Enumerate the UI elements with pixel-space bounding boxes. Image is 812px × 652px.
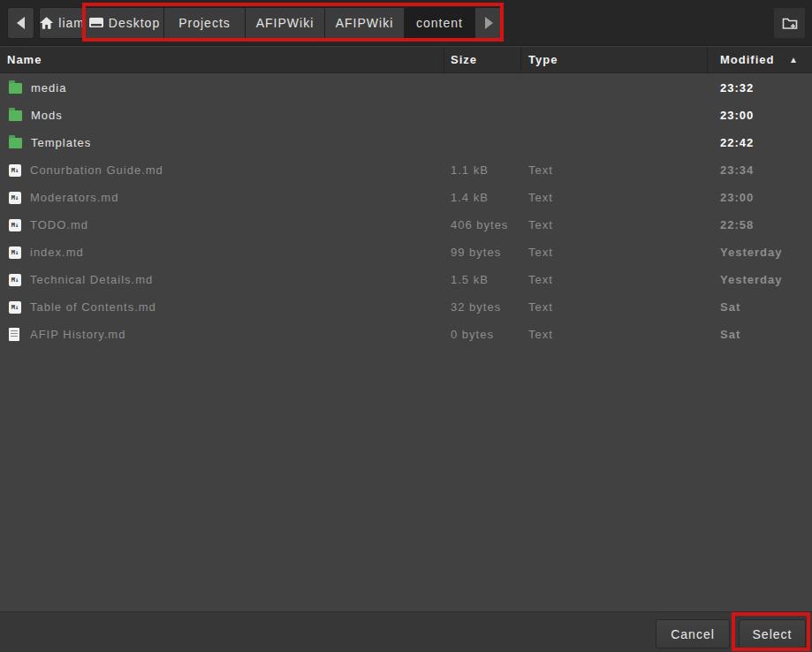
file-row-technical-details[interactable]: M↓Technical Details.md 1.5 kB Text Yeste…: [0, 266, 812, 293]
breadcrumb-afipwiki-2[interactable]: AFIPWiki: [325, 7, 405, 39]
folder-icon: [9, 83, 22, 94]
breadcrumb-content-current[interactable]: content: [405, 7, 475, 39]
file-modified: 22:58: [720, 211, 754, 239]
file-type: Text: [528, 156, 553, 184]
breadcrumb-afipwiki-2-label: AFIPWiki: [336, 16, 394, 30]
file-size: 32 bytes: [451, 293, 501, 321]
folder-name: Mods: [31, 109, 63, 122]
file-modified: 23:34: [720, 156, 754, 184]
file-size: 0 bytes: [451, 321, 494, 348]
markdown-file-icon: M↓: [9, 192, 21, 204]
column-header-modified[interactable]: Modified: [720, 53, 774, 66]
dialog-action-bar: Cancel Select: [0, 611, 812, 652]
select-button[interactable]: Select: [739, 619, 806, 648]
file-modified: 23:00: [720, 184, 754, 211]
back-button[interactable]: [7, 7, 34, 39]
file-size: 99 bytes: [451, 239, 501, 266]
file-size: 406 bytes: [451, 211, 508, 239]
markdown-file-icon: M↓: [9, 164, 21, 177]
column-divider[interactable]: [707, 47, 708, 73]
file-size: 1.4 kB: [451, 184, 489, 211]
new-folder-icon: [782, 16, 798, 30]
breadcrumb: liam Desktop Projects AFIPWiki AFIPWiki …: [39, 7, 503, 39]
folder-modified: 22:42: [720, 129, 754, 156]
text-document-icon: [9, 328, 19, 341]
folder-name: Templates: [31, 136, 91, 149]
breadcrumb-afipwiki-1-label: AFIPWiki: [256, 16, 315, 30]
back-arrow-icon: [17, 17, 25, 29]
breadcrumb-afipwiki-1[interactable]: AFIPWiki: [246, 7, 325, 39]
path-bar: liam Desktop Projects AFIPWiki AFIPWiki …: [0, 0, 812, 46]
file-name: index.md: [30, 246, 84, 259]
file-name: Table of Contents.md: [30, 300, 156, 314]
folder-row-templates[interactable]: Templates 22:42: [0, 129, 812, 156]
folder-name: media: [31, 81, 66, 95]
folder-modified: 23:32: [720, 74, 754, 102]
file-type: Text: [528, 266, 553, 293]
home-icon: [40, 17, 53, 29]
file-row-afip-history[interactable]: AFIP History.md 0 bytes Text Sat: [0, 321, 812, 348]
file-size: 1.1 kB: [451, 156, 489, 184]
file-row-index[interactable]: M↓index.md 99 bytes Text Yesterday: [0, 239, 812, 266]
column-divider[interactable]: [444, 47, 444, 73]
file-name: TODO.md: [30, 218, 88, 231]
file-type: Text: [528, 239, 553, 266]
file-type: Text: [528, 184, 553, 211]
file-type: Text: [528, 293, 553, 321]
breadcrumb-content-label: content: [416, 16, 463, 30]
breadcrumb-desktop[interactable]: Desktop: [86, 7, 164, 39]
column-divider[interactable]: [520, 47, 521, 73]
sort-ascending-icon: ▲: [789, 55, 798, 64]
file-row-moderators[interactable]: M↓Moderators.md 1.4 kB Text 23:00: [0, 184, 812, 211]
breadcrumb-home-label: liam: [58, 16, 85, 30]
file-row-conurbation-guide[interactable]: M↓Conurbation Guide.md 1.1 kB Text 23:34: [0, 156, 812, 184]
breadcrumb-projects[interactable]: Projects: [164, 7, 246, 39]
select-button-label: Select: [753, 627, 793, 641]
new-folder-button[interactable]: [773, 7, 806, 39]
folder-modified: 23:00: [720, 102, 754, 129]
markdown-file-icon: M↓: [9, 274, 21, 286]
folder-icon: [9, 110, 22, 121]
column-header-name[interactable]: Name: [7, 53, 42, 66]
cancel-button[interactable]: Cancel: [656, 619, 730, 648]
breadcrumb-home[interactable]: liam: [39, 7, 86, 39]
breadcrumb-desktop-label: Desktop: [109, 16, 160, 30]
file-list: media 23:32 Mods 23:00 Templates 22:42 M…: [0, 74, 812, 611]
file-modified: Sat: [720, 321, 740, 348]
file-row-table-of-contents[interactable]: M↓Table of Contents.md 32 bytes Text Sat: [0, 293, 812, 321]
breadcrumb-projects-label: Projects: [178, 16, 231, 30]
file-modified: Yesterday: [720, 266, 782, 293]
cancel-button-label: Cancel: [671, 627, 715, 641]
column-header-type[interactable]: Type: [528, 53, 558, 66]
markdown-file-icon: M↓: [9, 301, 21, 314]
forward-button[interactable]: [475, 7, 503, 39]
file-name: Conurbation Guide.md: [30, 163, 163, 177]
forward-arrow-icon: [485, 17, 493, 29]
file-name: AFIP History.md: [30, 328, 125, 341]
file-type: Text: [528, 321, 553, 348]
file-modified: Sat: [720, 293, 740, 321]
file-row-todo[interactable]: M↓TODO.md 406 bytes Text 22:58: [0, 211, 812, 239]
desktop-icon: [89, 18, 103, 29]
file-name: Moderators.md: [30, 191, 118, 204]
column-header-size[interactable]: Size: [451, 53, 477, 66]
file-modified: Yesterday: [720, 239, 782, 266]
markdown-file-icon: M↓: [9, 246, 21, 259]
file-type: Text: [528, 211, 553, 239]
markdown-file-icon: M↓: [9, 219, 21, 231]
folder-icon: [9, 138, 22, 148]
file-size: 1.5 kB: [451, 266, 489, 293]
column-header-row: Name Size Type Modified ▲: [0, 47, 812, 73]
file-name: Technical Details.md: [30, 273, 153, 286]
folder-row-media[interactable]: media 23:32: [0, 74, 812, 102]
folder-row-mods[interactable]: Mods 23:00: [0, 102, 812, 129]
